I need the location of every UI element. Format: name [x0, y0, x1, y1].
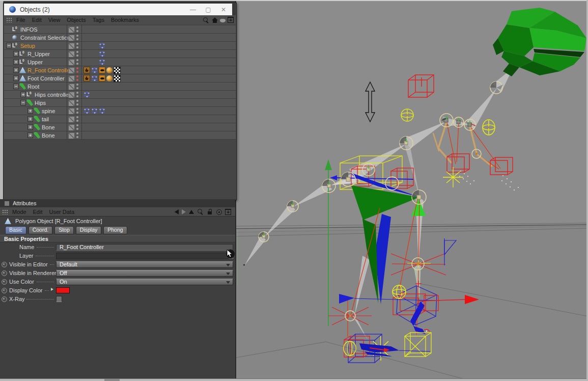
menu-view[interactable]: View	[48, 17, 61, 23]
visibility-dots[interactable]	[76, 100, 79, 105]
tree-row-hips-controller[interactable]: + Hips controller	[4, 91, 236, 99]
maximize-button[interactable]: ▢	[205, 6, 212, 13]
expand-color-arrow-icon[interactable]	[51, 288, 53, 291]
tree-row-infos[interactable]: INFOS	[4, 25, 236, 34]
visibility-dots[interactable]	[76, 124, 79, 130]
tree-row-foot-controller[interactable]: + Foot Controller	[4, 74, 236, 83]
layer-square-icon[interactable]	[68, 84, 75, 90]
visibility-dots[interactable]	[76, 132, 79, 138]
menu-tags[interactable]: Tags	[93, 17, 104, 23]
object-manager-titlebar[interactable]: Objects (2) — ▢ ✕	[4, 4, 232, 15]
expand-icon[interactable]: +	[27, 132, 33, 138]
layer-square-icon[interactable]	[68, 51, 75, 58]
keyframe-circle-icon[interactable]	[2, 270, 7, 276]
constraint-dots-tag-icon[interactable]	[99, 42, 105, 49]
tree-row-bone-2[interactable]: + Bone	[4, 131, 236, 140]
expand-icon[interactable]: +	[27, 116, 33, 122]
tree-row-upper[interactable]: + Upper	[4, 58, 236, 66]
tree-row-setup[interactable]: − Setup	[4, 42, 236, 50]
visibility-dots[interactable]	[76, 43, 79, 48]
home-icon[interactable]	[211, 17, 218, 23]
keyframe-circle-icon[interactable]	[2, 279, 7, 285]
menu-user-data[interactable]: User Data	[49, 209, 75, 215]
layer-square-icon[interactable]	[68, 26, 75, 33]
constraint-dots-tag-icon[interactable]	[83, 107, 90, 114]
attributes-titlebar[interactable]: Attributes	[0, 199, 235, 208]
constraint-dots-tag-icon[interactable]	[91, 67, 98, 73]
visibility-dots[interactable]	[76, 92, 79, 97]
tab-stop[interactable]: Stop	[54, 226, 74, 234]
visibility-dots[interactable]	[76, 51, 79, 57]
display-tag-icon[interactable]	[99, 67, 105, 73]
tab-phong[interactable]: Phong	[103, 226, 127, 234]
expand-icon[interactable]: +	[13, 67, 19, 73]
menu-objects[interactable]: Objects	[67, 17, 86, 23]
keyframe-circle-icon[interactable]	[2, 262, 7, 267]
constraint-dots-tag-icon[interactable]	[91, 75, 98, 81]
visible-renderer-dropdown[interactable]: Off	[56, 270, 233, 277]
expand-icon[interactable]: +	[13, 75, 19, 81]
layer-square-icon[interactable]	[68, 43, 75, 49]
expand-icon[interactable]: +	[27, 124, 33, 130]
visibility-dots[interactable]	[76, 75, 79, 81]
visibility-dots[interactable]	[76, 67, 79, 73]
history-back-icon[interactable]	[175, 209, 179, 214]
lock-icon[interactable]	[207, 208, 213, 215]
collapse-icon[interactable]: −	[20, 100, 26, 105]
layer-field[interactable]	[56, 253, 228, 259]
tree-row-r-upper[interactable]: + R_Upper	[4, 50, 236, 58]
tree-row-hips[interactable]: − Hips	[4, 99, 236, 107]
visibility-dots[interactable]	[76, 26, 79, 32]
name-input[interactable]: R_Foot Controller	[56, 244, 233, 251]
hand-tag-icon[interactable]	[83, 67, 90, 73]
expand-icon[interactable]: +	[13, 51, 19, 57]
layer-square-icon[interactable]	[68, 108, 75, 115]
tree-row-tail[interactable]: + tail	[4, 115, 236, 123]
display-color-swatch[interactable]	[56, 287, 70, 293]
search-icon[interactable]	[203, 17, 209, 23]
add-tab-icon[interactable]	[225, 209, 231, 215]
visibility-dots[interactable]	[76, 108, 79, 114]
menu-mode[interactable]: Mode	[12, 209, 26, 215]
menu-grip-icon[interactable]	[2, 209, 8, 214]
constraint-dots-tag-icon[interactable]	[83, 91, 90, 98]
visibility-dots[interactable]	[76, 35, 79, 40]
menu-file[interactable]: File	[16, 17, 25, 23]
layer-square-icon[interactable]	[68, 75, 75, 82]
viewport-3d[interactable]	[236, 0, 588, 381]
visible-editor-dropdown[interactable]: Default	[56, 261, 233, 268]
xray-checkbox[interactable]	[56, 296, 62, 302]
constraint-dots-tag-icon[interactable]	[91, 107, 98, 114]
tab-coord[interactable]: Coord.	[29, 226, 53, 234]
menu-edit[interactable]: Edit	[32, 17, 42, 23]
layer-square-icon[interactable]	[68, 100, 75, 106]
visibility-dots[interactable]	[76, 116, 79, 122]
menu-bookmarks[interactable]: Bookmarks	[111, 17, 139, 23]
tree-row-bone-1[interactable]: + Bone	[4, 123, 236, 131]
search-icon[interactable]	[197, 208, 204, 215]
layer-square-icon[interactable]	[68, 59, 75, 66]
tree-row-r-foot-controller[interactable]: + R_Foot Controller	[4, 66, 236, 74]
checker-tag-icon[interactable]	[114, 67, 121, 74]
tab-display[interactable]: Display	[76, 226, 101, 234]
menu-grip-icon[interactable]	[6, 17, 12, 22]
layer-square-icon[interactable]	[68, 35, 75, 41]
tree-row-root[interactable]: − Root	[4, 83, 236, 91]
section-basic-properties[interactable]: Basic Properties	[0, 235, 235, 242]
add-tab-icon[interactable]	[228, 17, 234, 23]
collapse-icon[interactable]: −	[6, 43, 12, 48]
keyframe-circle-icon[interactable]	[2, 296, 7, 302]
tree-row-constraint-selection[interactable]: Constraint Selection	[4, 34, 236, 42]
layer-square-icon[interactable]	[68, 124, 75, 131]
checker-tag-icon[interactable]	[114, 75, 121, 82]
track-icon[interactable]	[216, 209, 222, 215]
constraint-dots-tag-icon[interactable]	[99, 50, 105, 57]
keyframe-circle-icon[interactable]	[2, 288, 7, 293]
tree-row-spine[interactable]: + spine	[4, 107, 236, 115]
parent-object-icon[interactable]	[189, 210, 194, 214]
use-color-dropdown[interactable]: On	[56, 279, 233, 285]
layer-square-icon[interactable]	[68, 67, 75, 74]
expand-icon[interactable]: +	[27, 108, 33, 114]
layer-square-icon[interactable]	[68, 116, 75, 123]
layer-square-icon[interactable]	[68, 132, 75, 139]
